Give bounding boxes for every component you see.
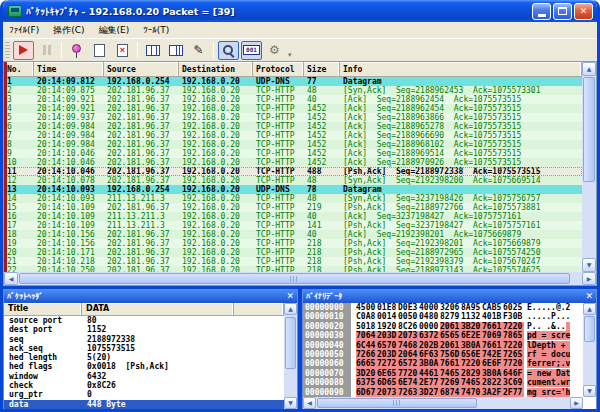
packet-row[interactable]: 620:14:09.984202.181.96.37192.168.0.20TC… <box>4 122 582 131</box>
scroll-up-icon[interactable]: ▲ <box>583 303 596 315</box>
header-field-row[interactable]: ack_seq1075573515 <box>4 344 284 353</box>
cell-size: 48 <box>304 194 340 203</box>
hex-row[interactable]: 000000406C4465707468202B20613B0A76617220… <box>303 341 583 350</box>
packet-row[interactable]: 820:14:09.984202.181.96.37192.168.0.20TC… <box>4 140 582 149</box>
toolbar-button-pin[interactable] <box>66 41 87 60</box>
packet-header-vscrollbar[interactable]: ▲ ▼ <box>284 303 297 409</box>
packet-row[interactable]: 220:14:09.875202.181.96.37192.168.0.20TC… <box>4 86 582 95</box>
packet-header-caption[interactable]: ﾊﾟｹｯﾄﾍｯﾀﾞ ✕ <box>4 290 297 303</box>
col-header-destination[interactable]: Destination <box>179 62 253 76</box>
scroll-right-icon[interactable]: ▶ <box>570 397 583 409</box>
packet-row[interactable]: 2020:14:10.171202.181.96.37192.168.0.20T… <box>4 248 582 257</box>
packet-row[interactable]: 920:14:10.046202.181.96.37192.168.0.20TC… <box>4 149 582 158</box>
packet-row[interactable]: 1920:14:10.156202.181.96.37192.168.0.20T… <box>4 239 582 248</box>
packet-row[interactable]: 1420:14:10.093211.13.211.3192.168.0.20TC… <box>4 194 582 203</box>
scroll-up-icon[interactable]: ▲ <box>582 62 596 76</box>
packet-row[interactable]: 1620:14:10.109211.13.211.3192.168.0.20TC… <box>4 212 582 221</box>
vscroll-thumb[interactable] <box>584 316 595 342</box>
packet-row[interactable]: 1120:14:10.046202.181.96.37192.168.0.20T… <box>4 167 582 176</box>
binary-vscrollbar[interactable]: ▲ ▼ <box>583 303 596 397</box>
hex-row[interactable]: 000000606665727265723B0A766172206E6F7720… <box>303 359 583 368</box>
packet-row[interactable]: 520:14:09.937202.181.96.37192.168.0.20TC… <box>4 113 582 122</box>
hscroll-thumb[interactable] <box>19 273 570 284</box>
packet-row[interactable]: 1320:14:10.093192.168.0.254192.168.0.20U… <box>4 185 582 194</box>
hex-group: 3D27 <box>419 388 440 397</box>
toolbar-button-show-packet-header[interactable] <box>218 41 239 60</box>
packet-list-hscrollbar[interactable]: ◀ ▶ <box>4 272 596 285</box>
hex-row[interactable]: 000000307064203D2073637265656E2E70697865… <box>303 331 583 340</box>
packet-row[interactable]: 1820:14:10.156202.181.96.37192.168.0.20T… <box>4 230 582 239</box>
packet-row[interactable]: 120:14:09.812192.168.0.254192.168.0.20UD… <box>4 77 582 86</box>
vscroll-thumb[interactable] <box>285 317 296 369</box>
scroll-right-icon[interactable]: ▶ <box>582 272 596 285</box>
col-header-no[interactable]: No. <box>4 62 34 76</box>
hex-row[interactable]: 000000507266203D20646F63756D656E742E7265… <box>303 350 583 359</box>
hex-row[interactable]: 00000000450001E8D0E3400032068A95CAB56025… <box>303 303 583 312</box>
packet-row[interactable]: 720:14:09.984202.181.96.37192.168.0.20TC… <box>4 131 582 140</box>
close-button[interactable]: ✕ <box>574 3 593 20</box>
packet-row[interactable]: 320:14:09.921202.181.96.37192.168.0.20TC… <box>4 95 582 104</box>
hex-row[interactable]: 00000020501819208C26000020613B2076617220… <box>303 322 583 331</box>
col-header-size[interactable]: Size <box>304 62 340 76</box>
packet-row[interactable]: 2120:14:10.218202.181.96.37192.168.0.20T… <box>4 257 582 266</box>
hex-group: 3C69 <box>503 378 524 387</box>
scroll-down-icon[interactable]: ▼ <box>583 385 596 397</box>
header-field-row[interactable]: urg_ptr0 <box>4 390 284 399</box>
scroll-up-icon[interactable]: ▲ <box>284 303 297 315</box>
cell-proto: UDP-DNS <box>253 185 304 194</box>
packet-row[interactable]: 1520:14:10.109202.181.96.37192.168.0.20T… <box>4 203 582 212</box>
col-header-source[interactable]: Source <box>104 62 179 76</box>
binary-data-caption[interactable]: ﾊﾞｲﾅﾘﾃﾞｰﾀ ✕ <box>303 290 596 303</box>
toolbar-button-edit[interactable]: ✎ <box>188 41 209 60</box>
toolbar-button-new-file[interactable] <box>89 41 110 60</box>
toolbar-grip[interactable] <box>5 42 10 58</box>
header-field-row[interactable]: seq2188972338 <box>4 335 284 344</box>
col-header-title[interactable]: Title <box>4 303 82 315</box>
col-header-time[interactable]: Time <box>34 62 104 76</box>
header-field-row[interactable]: source port80 <box>4 316 284 325</box>
toolbar-overflow-chevron[interactable]: ▾ <box>288 51 292 61</box>
header-field-row[interactable]: data448 Byte <box>4 400 284 409</box>
menu-tools[interactable]: ﾂｰﾙ(T) <box>143 25 169 35</box>
packet-row[interactable]: 1020:14:10.046202.181.96.37192.168.0.20T… <box>4 158 582 167</box>
hex-row[interactable]: 00000010C0A800140050048082791132401BF30B… <box>303 312 583 321</box>
packet-list-vscrollbar[interactable]: ▲ ▼ <box>582 62 596 272</box>
header-field-row[interactable]: check0x8C26 <box>4 381 284 390</box>
header-field-row[interactable]: hed length5(20) <box>4 353 284 362</box>
toolbar-button-settings[interactable]: ⚙ <box>264 41 285 60</box>
panel-close-icon[interactable]: ✕ <box>286 292 294 301</box>
toolbar-button-fit-columns[interactable] <box>142 41 163 60</box>
toolbar-button-delete-file[interactable]: × <box>112 41 133 60</box>
header-field-row[interactable]: dest port1152 <box>4 325 284 334</box>
col-header-info[interactable]: Info <box>340 62 582 76</box>
packet-row[interactable]: 1720:14:10.109211.13.211.3192.168.0.20TC… <box>4 221 582 230</box>
menu-operation[interactable]: 操作(C) <box>53 24 84 37</box>
hscroll-thumb[interactable] <box>317 398 477 408</box>
minimize-button[interactable] <box>532 3 551 20</box>
header-field-row[interactable]: window6432 <box>4 372 284 381</box>
col-header-protocol[interactable]: Protocol <box>253 62 304 76</box>
col-header-data[interactable]: DATA <box>82 303 234 315</box>
header-field-row[interactable]: hed flags0x0018 [Psh,Ack] <box>4 362 284 371</box>
binary-hscrollbar[interactable]: ◀ ▶ <box>303 397 583 409</box>
vscroll-thumb[interactable] <box>583 77 595 182</box>
toolbar-button-fit-columns-2[interactable] <box>165 41 186 60</box>
packet-row[interactable]: 420:14:09.921202.181.96.37192.168.0.20TC… <box>4 104 582 113</box>
panel-close-icon[interactable]: ✕ <box>585 292 593 301</box>
hex-row[interactable]: 000000906D67207372633D27687474703A2F2F77… <box>303 388 583 397</box>
scroll-down-icon[interactable]: ▼ <box>284 397 297 409</box>
scroll-left-icon[interactable]: ◀ <box>303 397 316 409</box>
hex-row[interactable]: 0000008063756D656E742E777269746528223C69… <box>303 378 583 387</box>
title-bar[interactable]: ﾊﾟｹｯﾄｷｬﾌﾟﾁｬ - 192.168.0.20 Packet = [39]… <box>3 0 597 22</box>
toolbar-button-start-capture[interactable] <box>13 41 34 60</box>
menu-edit[interactable]: 編集(E) <box>99 24 130 37</box>
scroll-down-icon[interactable]: ▼ <box>582 258 596 272</box>
packet-row[interactable]: 1220:14:10.078202.181.96.37192.168.0.20T… <box>4 176 582 185</box>
scroll-left-icon[interactable]: ◀ <box>4 272 18 285</box>
maximize-button[interactable] <box>553 3 572 20</box>
hex-row[interactable]: 000000703D206E6577204461746528293B0A646F… <box>303 369 583 378</box>
toolbar-button-show-binary-data[interactable]: 001 <box>241 41 262 60</box>
show-packet-header-icon <box>222 44 235 57</box>
menu-file[interactable]: ﾌｧｲﾙ(F) <box>9 25 39 35</box>
field-title: data <box>4 400 82 409</box>
